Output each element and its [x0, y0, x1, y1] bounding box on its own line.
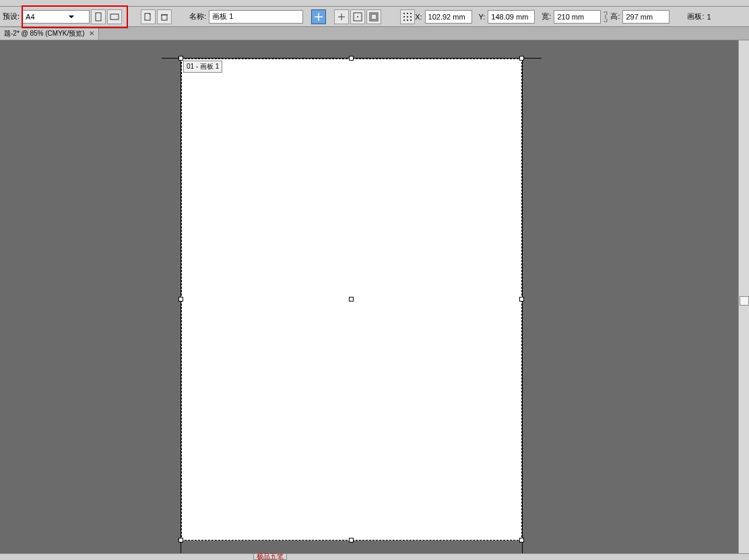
center-dot-icon: [353, 12, 362, 22]
y-input[interactable]: [488, 10, 535, 24]
handle-tl[interactable]: [178, 56, 183, 61]
safe-area-button[interactable]: [366, 9, 381, 24]
svg-rect-0: [96, 13, 101, 21]
document-tab[interactable]: 题-2* @ 85% (CMYK/预览) ✕: [0, 28, 99, 40]
new-artboard-button[interactable]: [141, 9, 156, 24]
artboard-name-input[interactable]: [209, 10, 303, 24]
nine-grid-icon: [403, 12, 412, 22]
handle-mc[interactable]: [349, 297, 354, 302]
page-plus-icon: [143, 12, 153, 22]
w-label: 宽:: [542, 11, 551, 22]
svg-point-14: [403, 20, 405, 21]
preset-value: A4: [26, 13, 66, 21]
document-tab-strip: 题-2* @ 85% (CMYK/预览) ✕: [0, 27, 749, 40]
portrait-icon: [94, 12, 103, 22]
svg-point-13: [410, 16, 412, 18]
ime-text: 极品五笔: [257, 552, 284, 560]
preset-dropdown[interactable]: A4: [22, 10, 90, 24]
reference-point-button[interactable]: [400, 9, 415, 24]
x-label: X:: [415, 13, 422, 21]
inset-rect-icon: [369, 12, 379, 22]
artboard-index-label: 画板:: [687, 11, 704, 22]
svg-rect-1: [110, 14, 119, 20]
chevron-down-icon: [69, 15, 74, 18]
name-label: 名称:: [189, 11, 206, 22]
show-center-button[interactable]: [350, 9, 365, 24]
canvas-area[interactable]: 01 - 画板 1 极品五笔: [0, 40, 749, 560]
svg-rect-7: [371, 14, 377, 20]
handle-bl[interactable]: [178, 538, 183, 542]
handle-ml[interactable]: [178, 297, 183, 302]
document-tab-title: 题-2* @ 85% (CMYK/预览): [4, 29, 85, 38]
svg-point-16: [410, 20, 412, 21]
svg-point-12: [407, 16, 408, 18]
link-wh-button[interactable]: [601, 10, 610, 24]
orientation-landscape-button[interactable]: [107, 9, 122, 24]
delete-artboard-button[interactable]: [157, 9, 172, 24]
svg-point-9: [407, 13, 408, 14]
trash-icon: [160, 12, 169, 22]
status-bar: [0, 553, 749, 560]
scroll-thumb[interactable]: [740, 296, 749, 306]
ime-indicator[interactable]: 极品五笔: [253, 553, 287, 560]
artboard-options-toolbar: 预设: A4 名称: X: Y:: [0, 7, 749, 27]
handle-tc[interactable]: [349, 56, 354, 61]
link-icon: [602, 11, 609, 22]
y-label: Y:: [479, 13, 486, 21]
svg-rect-3: [162, 15, 167, 20]
menu-strip: [0, 0, 749, 7]
landscape-icon: [110, 12, 119, 22]
handle-bc[interactable]: [349, 538, 354, 542]
svg-point-5: [357, 16, 358, 18]
svg-point-11: [403, 16, 405, 18]
handle-tr[interactable]: [519, 56, 524, 61]
height-input[interactable]: [622, 10, 670, 24]
arrows-move-icon: [314, 12, 323, 22]
h-label: 高:: [610, 11, 620, 22]
x-input[interactable]: [425, 10, 472, 24]
crosshair-icon: [337, 12, 346, 22]
vertical-scrollbar[interactable]: [738, 40, 749, 560]
artboard-label: 01 - 画板 1: [183, 61, 222, 73]
move-with-artboard-button[interactable]: [311, 9, 326, 24]
orientation-portrait-button[interactable]: [91, 9, 106, 24]
handle-mr[interactable]: [519, 297, 524, 302]
width-input[interactable]: [554, 10, 601, 24]
close-icon[interactable]: ✕: [89, 30, 94, 37]
svg-point-10: [410, 13, 412, 14]
preset-label: 预设:: [3, 11, 20, 22]
svg-point-8: [403, 13, 405, 14]
handle-br[interactable]: [519, 538, 524, 542]
show-cross-button[interactable]: [334, 9, 349, 24]
artboard-index-value: 1: [707, 13, 711, 21]
svg-point-15: [407, 20, 408, 21]
